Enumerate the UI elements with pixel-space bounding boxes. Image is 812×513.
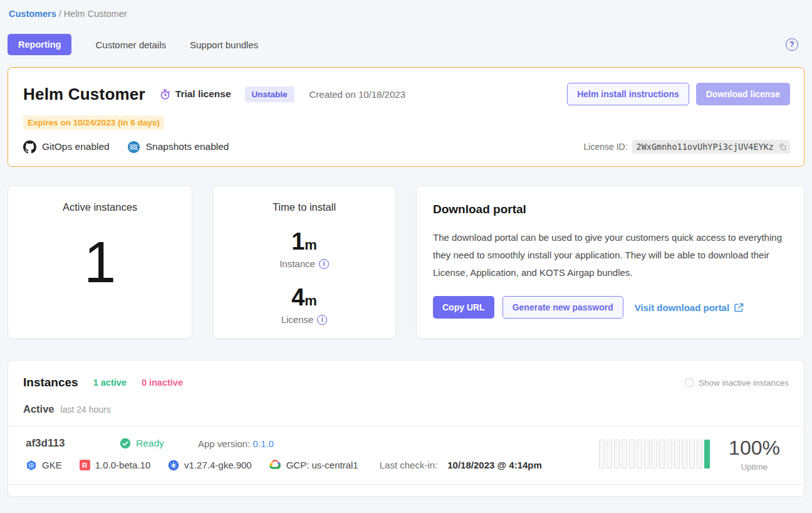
distribution-meta: GKE [26,460,62,471]
uptime-bar [652,440,657,468]
active-section-label: Active [23,403,55,415]
inactive-count: 0 inactive [142,378,183,388]
replicated-icon: R [80,460,90,470]
uptime-bar [697,440,702,468]
license-type-label: Trial license [175,88,231,100]
instance-install-time: 1m [213,230,395,253]
instance-id: af3d113 [26,437,120,450]
show-inactive-toggle[interactable]: Show inactive instances [685,378,789,388]
uptime-bar [629,440,635,468]
download-portal-card: Download portal The download portal can … [416,186,804,339]
check-circle-icon [120,438,131,449]
helm-install-instructions-button[interactable]: Helm install instructions [567,83,689,105]
uptime-value: 100% [729,436,780,460]
expires-badge: Expires on 10/24/2023 (in 6 days) [23,115,164,130]
uptime-bar [659,440,665,468]
uptime-bar [689,440,695,468]
tab-support-bundles[interactable]: Support bundles [190,40,258,50]
github-icon [23,140,36,154]
instances-title: Instances [23,376,78,389]
instances-card: Instances 1 active 0 inactive Show inact… [8,360,804,497]
uptime-bar [606,440,612,468]
download-portal-title: Download portal [433,203,788,216]
license-id-value: 2WxGmnho11ovUhYPi3cjUV4EYKz [632,140,790,154]
active-instances-card: Active instances 1 [8,186,192,339]
app-version-link[interactable]: 0.1.0 [253,438,274,449]
download-portal-description: The download portal can be used to give … [433,229,788,281]
uptime-label: Uptime [729,462,780,472]
breadcrumb-separator: / [56,9,64,19]
time-to-install-title: Time to install [213,201,395,213]
snapshots-feature: Snapshots enabled [127,140,229,154]
uptime-bar [682,440,687,468]
created-date: Created on 10/18/2023 [310,89,405,100]
divider [8,484,804,485]
snapshots-label: Snapshots enabled [146,141,229,152]
uptime-bar [614,440,620,468]
instance-install-label: Instance [279,258,315,269]
k8s-version-meta: v1.27.4-gke.900 [168,460,252,471]
active-instances-value: 1 [8,233,192,291]
instance-status: Ready [120,438,198,449]
uptime-bar [637,440,642,468]
help-icon[interactable]: ? [786,38,798,51]
cloud-region-meta: GCP: us-central1 [269,459,358,471]
gke-icon [26,460,37,471]
instance-info-icon[interactable]: i [319,259,329,269]
breadcrumb-customers-link[interactable]: Customers [9,9,56,19]
stopwatch-icon [159,88,171,100]
app-version: App version: 0.1.0 [198,438,274,449]
active-instances-title: Active instances [8,201,192,213]
uptime-bars [599,440,710,468]
breadcrumb: Customers / Helm Customer [8,8,804,20]
copy-icon[interactable] [778,142,787,151]
uptime-bar [644,440,650,468]
uptime-bar [622,440,627,468]
generate-password-button[interactable]: Generate new password [502,296,623,319]
download-license-button[interactable]: Download license [696,83,790,105]
gcp-icon [269,459,281,471]
uptime-bar [674,440,680,468]
license-install-time: 4m [213,285,395,309]
active-section-period: last 24 hours [61,405,111,415]
show-inactive-checkbox[interactable] [685,378,694,387]
uptime-bar [599,440,605,468]
customer-summary-card: Helm Customer Trial license Unstable Cre… [8,67,804,167]
status-badge: Unstable [245,87,294,102]
time-to-install-card: Time to install 1m Instance i 4m License… [212,186,396,339]
copy-url-button[interactable]: Copy URL [433,296,494,319]
replicated-version-meta: R 1.0.0-beta.10 [80,460,150,470]
license-type: Trial license [159,88,231,100]
last-checkin-meta: Last check-in: 10/18/2023 @ 4:14pm [380,460,542,470]
instance-row[interactable]: af3d113 Ready App version: 0.1.0 [8,426,804,484]
show-inactive-label: Show inactive instances [699,378,789,388]
tab-bar: Reporting Customer details Support bundl… [8,34,804,55]
tab-reporting[interactable]: Reporting [8,34,71,55]
active-count: 1 active [93,378,127,388]
tab-customer-details[interactable]: Customer details [95,40,166,50]
license-id-label: License ID: [584,142,628,152]
snapshots-icon [127,140,140,154]
visit-download-portal-link[interactable]: Visit download portal [635,302,744,313]
license-install-label: License [281,314,314,325]
page: Customers / Helm Customer Reporting Cust… [0,0,812,497]
metric-cards-row: Active instances 1 Time to install 1m In… [8,186,804,339]
external-link-icon [734,302,744,313]
breadcrumb-current: Helm Customer [64,9,127,19]
gitops-feature: GitOps enabled [23,140,110,154]
uptime-bar [704,440,710,468]
license-info-icon[interactable]: i [317,315,327,325]
uptime-bar [667,440,672,468]
customer-title: Helm Customer [23,85,145,104]
gitops-label: GitOps enabled [42,141,110,152]
kubernetes-icon [168,460,179,471]
